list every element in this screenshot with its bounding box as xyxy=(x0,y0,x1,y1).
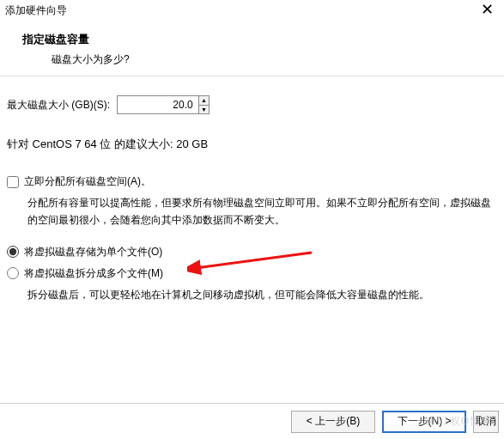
spin-up-icon[interactable]: ▲ xyxy=(199,96,209,106)
max-disk-size-input[interactable] xyxy=(118,96,198,113)
store-single-label: 将虚拟磁盘存储为单个文件(O) xyxy=(24,245,162,259)
titlebar: 添加硬件向导 ✕ xyxy=(0,0,504,20)
max-disk-size-label: 最大磁盘大小 (GB)(S): xyxy=(7,98,110,113)
wizard-header: 指定磁盘容量 磁盘大小为多少? xyxy=(0,20,504,76)
back-button[interactable]: < 上一步(B) xyxy=(291,411,375,433)
next-button[interactable]: 下一步(N) > xyxy=(382,411,466,433)
window-title: 添加硬件向导 xyxy=(5,3,67,18)
max-disk-size-field[interactable]: ▲ ▼ xyxy=(117,95,209,114)
store-single-radio[interactable] xyxy=(7,246,19,258)
store-single-option: 将虚拟磁盘存储为单个文件(O) xyxy=(7,245,495,259)
allocate-now-label: 立即分配所有磁盘空间(A)。 xyxy=(24,174,151,189)
allocate-now-option: 立即分配所有磁盘空间(A)。 分配所有容量可以提高性能，但要求所有物理磁盘空间立… xyxy=(7,174,495,229)
recommended-size: 针对 CentOS 7 64 位 的建议大小: 20 GB xyxy=(7,137,495,152)
page-subtitle: 磁盘大小为多少? xyxy=(52,52,497,67)
spinner: ▲ ▼ xyxy=(198,96,209,113)
wizard-body: 最大磁盘大小 (GB)(S): ▲ ▼ 针对 CentOS 7 64 位 的建议… xyxy=(0,76,504,303)
close-icon[interactable]: ✕ xyxy=(477,3,497,15)
store-split-radio[interactable] xyxy=(7,267,19,279)
wizard-footer: < 上一步(B) 下一步(N) > 取消 xyxy=(0,403,504,439)
allocate-now-desc: 分配所有容量可以提高性能，但要求所有物理磁盘空间立即可用。如果不立即分配所有空间… xyxy=(27,194,495,229)
store-split-option: 将虚拟磁盘拆分成多个文件(M) 拆分磁盘后，可以更轻松地在计算机之间移动虚拟机，… xyxy=(7,266,495,303)
cancel-button[interactable]: 取消 xyxy=(473,411,499,433)
page-title: 指定磁盘容量 xyxy=(22,32,497,47)
store-split-desc: 拆分磁盘后，可以更轻松地在计算机之间移动虚拟机，但可能会降低大容量磁盘的性能。 xyxy=(27,286,495,303)
allocate-now-checkbox[interactable] xyxy=(7,176,19,188)
spin-down-icon[interactable]: ▼ xyxy=(199,106,209,114)
store-split-label: 将虚拟磁盘拆分成多个文件(M) xyxy=(24,266,163,281)
max-disk-size-row: 最大磁盘大小 (GB)(S): ▲ ▼ xyxy=(7,95,495,114)
